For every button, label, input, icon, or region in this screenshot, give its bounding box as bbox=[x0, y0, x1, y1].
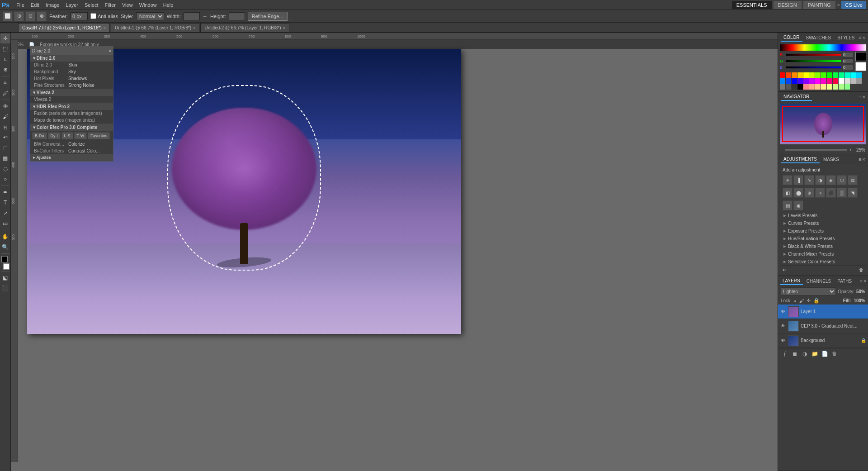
tab-1-close[interactable]: × bbox=[193, 26, 195, 30]
navigator-tab[interactable]: NAVIGATOR bbox=[781, 93, 812, 101]
workspace-essentials[interactable]: ESSENTIALS bbox=[732, 1, 772, 9]
fill-value[interactable]: 100% bbox=[854, 298, 865, 303]
tool-gradient[interactable]: ▦ bbox=[0, 153, 10, 163]
b-slider[interactable] bbox=[786, 66, 841, 69]
menu-filter[interactable]: Filter bbox=[102, 1, 119, 9]
preset-curves[interactable]: ▶ Curves Presets bbox=[780, 219, 866, 227]
float-section-dfine-header[interactable]: ▾ Dfine 2.0 bbox=[30, 55, 113, 62]
swatch-15[interactable] bbox=[786, 78, 791, 84]
swatch-9[interactable] bbox=[833, 72, 838, 78]
adj-brightness[interactable]: ☀ bbox=[783, 175, 793, 185]
tool-eraser[interactable]: ◻ bbox=[0, 143, 10, 153]
swatch-32[interactable] bbox=[803, 84, 809, 90]
height-input[interactable] bbox=[229, 12, 245, 20]
preset-bw[interactable]: ▶ Black & White Presets bbox=[780, 243, 866, 250]
subtract-selection-btn[interactable]: ⊖ bbox=[25, 11, 35, 21]
fg-color-chip[interactable] bbox=[855, 52, 866, 61]
swatch-5[interactable] bbox=[809, 72, 815, 78]
tool-zoom[interactable]: 🔍 bbox=[0, 242, 10, 252]
swatch-29[interactable] bbox=[786, 84, 791, 90]
swatch-35[interactable] bbox=[821, 84, 826, 90]
swatch-28[interactable] bbox=[780, 84, 785, 90]
zoom-in-icon[interactable]: + bbox=[849, 147, 852, 152]
tab-0-close[interactable]: × bbox=[104, 26, 106, 30]
adj-levels[interactable]: ▐ bbox=[793, 175, 803, 185]
refine-edge-button[interactable]: Refine Edge... bbox=[248, 12, 288, 21]
tool-screen-mode[interactable]: ⬛ bbox=[0, 283, 10, 293]
new-selection-btn[interactable]: ⬜ bbox=[3, 11, 13, 21]
swatch-3[interactable] bbox=[797, 72, 803, 78]
tab-0[interactable]: CasaIR 7.tif @ 25% (Layer 1, RGB/16*) × bbox=[18, 23, 110, 32]
adjustments-menu[interactable]: ≡ bbox=[859, 157, 861, 162]
tool-crop[interactable]: ⌗ bbox=[0, 78, 10, 88]
swatch-13[interactable] bbox=[856, 72, 862, 78]
blend-mode-select[interactable]: Lighten bbox=[781, 287, 836, 295]
color-panel-close[interactable]: × bbox=[863, 35, 865, 40]
channels-tab[interactable]: CHANNELS bbox=[804, 278, 834, 285]
layer-item-1[interactable]: 👁 CEP 3.0 - Graduated Neut... bbox=[778, 319, 868, 333]
intersect-selection-btn[interactable]: ⊗ bbox=[37, 11, 47, 21]
g-input[interactable] bbox=[843, 58, 854, 64]
opacity-value[interactable]: 50% bbox=[856, 289, 865, 294]
layer-item-0[interactable]: 👁 Layer 1 bbox=[778, 304, 868, 319]
menu-view[interactable]: View bbox=[119, 1, 136, 9]
layers-close[interactable]: × bbox=[863, 279, 866, 284]
tool-pen[interactable]: ✒ bbox=[0, 187, 10, 197]
adj-bw[interactable]: ◧ bbox=[783, 188, 793, 198]
colorefex-tab-dyl[interactable]: Dy-l bbox=[48, 132, 61, 139]
g-slider[interactable] bbox=[786, 60, 841, 62]
new-layer-btn[interactable]: 📄 bbox=[821, 350, 829, 358]
tool-marquee[interactable]: ⬚ bbox=[0, 44, 10, 54]
swatch-27[interactable] bbox=[856, 78, 862, 84]
tool-type[interactable]: T bbox=[0, 198, 10, 208]
tab-1[interactable]: Untitled-1 @ 66.7% (Layer 1, RGB/8*) × bbox=[111, 23, 199, 32]
tool-history[interactable]: ↶ bbox=[0, 133, 10, 143]
layer-2-visibility[interactable]: 👁 bbox=[780, 338, 786, 344]
swatch-34[interactable] bbox=[815, 84, 821, 90]
swatch-12[interactable] bbox=[850, 72, 856, 78]
layer-item-2[interactable]: 👁 Background 🔒 bbox=[778, 333, 868, 348]
navigator-close[interactable]: × bbox=[863, 94, 865, 100]
swatch-7[interactable] bbox=[821, 72, 826, 78]
adj-gradientmap[interactable]: ▤ bbox=[783, 200, 793, 210]
color-panel-menu[interactable]: ≡ bbox=[859, 35, 861, 40]
feather-input[interactable] bbox=[71, 12, 88, 20]
float-section-ajustes-header[interactable]: ▸ Ajustes bbox=[30, 154, 113, 161]
layers-menu[interactable]: ≡ bbox=[860, 279, 863, 284]
colorefex-tab-bdu[interactable]: B-Du bbox=[32, 132, 47, 139]
menu-edit[interactable]: Edit bbox=[28, 1, 42, 9]
adj-colorlookup[interactable]: ≋ bbox=[815, 188, 825, 198]
swatch-25[interactable] bbox=[844, 78, 850, 84]
tool-clone[interactable]: ⎗ bbox=[0, 122, 10, 132]
swatch-31[interactable] bbox=[797, 84, 803, 90]
lock-all-icon[interactable]: 🔒 bbox=[813, 298, 820, 304]
swatch-30[interactable] bbox=[792, 84, 797, 90]
paths-tab[interactable]: PATHS bbox=[835, 278, 854, 285]
new-fill-adj-btn[interactable]: ◑ bbox=[801, 350, 809, 358]
swatch-2[interactable] bbox=[792, 72, 797, 78]
preset-levels[interactable]: ▶ Levels Presets bbox=[780, 212, 866, 219]
adj-vibrance[interactable]: ◈ bbox=[826, 175, 836, 185]
swatch-0[interactable] bbox=[780, 72, 785, 78]
swatch-18[interactable] bbox=[803, 78, 809, 84]
lock-position-icon[interactable]: ✛ bbox=[807, 298, 811, 304]
menu-help[interactable]: Help bbox=[160, 1, 177, 9]
lock-transparency-icon[interactable]: ▪ bbox=[794, 298, 796, 304]
workspace-painting[interactable]: PAINTING bbox=[803, 1, 835, 9]
adj-threshold[interactable]: ◥ bbox=[848, 188, 858, 198]
float-panel-close[interactable]: × bbox=[108, 48, 111, 53]
preset-huesat[interactable]: ▶ Hue/Saturation Presets bbox=[780, 235, 866, 243]
tool-path-select[interactable]: ↗ bbox=[0, 208, 10, 218]
add-mask-btn[interactable]: ◼ bbox=[791, 350, 799, 358]
tab-2-close[interactable]: × bbox=[283, 26, 285, 30]
r-input[interactable] bbox=[843, 52, 854, 57]
tool-hand[interactable]: ✋ bbox=[0, 232, 10, 242]
menu-layer[interactable]: Layer bbox=[62, 1, 81, 9]
preset-selectivecolor[interactable]: ▶ Selective Color Presets bbox=[780, 258, 866, 266]
menu-select[interactable]: Select bbox=[81, 1, 102, 9]
masks-tab[interactable]: MASKS bbox=[821, 156, 842, 163]
swatch-14[interactable] bbox=[780, 78, 785, 84]
swatch-33[interactable] bbox=[809, 84, 815, 90]
swatch-10[interactable] bbox=[839, 72, 844, 78]
swatch-16[interactable] bbox=[792, 78, 797, 84]
